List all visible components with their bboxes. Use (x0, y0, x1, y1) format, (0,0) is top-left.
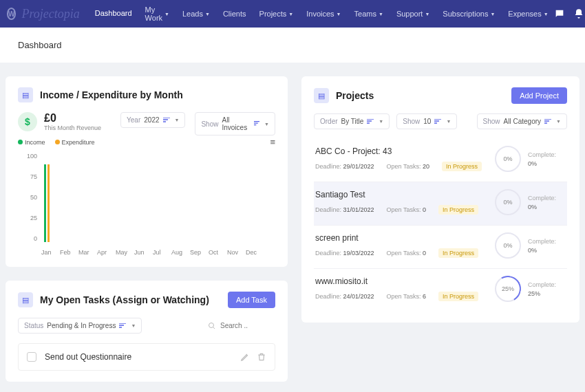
chart-menu-icon[interactable]: ≡ (270, 137, 275, 147)
status-badge: In Progress (438, 205, 478, 215)
search-icon (208, 322, 216, 330)
chevron-down-icon: ▼ (379, 119, 383, 124)
document-icon: ▤ (18, 87, 33, 102)
chevron-down-icon: ▼ (446, 119, 451, 124)
nav-projects[interactable]: Projects▼ (254, 0, 299, 30)
income-card: ▤ Income / Expenditure by Month $ £0 Thi… (6, 76, 288, 267)
progress-circle: 25% (495, 276, 521, 302)
chevron-down-icon: ▼ (490, 12, 495, 17)
revenue-amount: £0 (44, 112, 101, 124)
progress-circle: 0% (495, 146, 521, 172)
nav-support[interactable]: Support▼ (391, 0, 435, 30)
tasks-card: ▤ My Open Tasks (Assign or Watching) Add… (6, 281, 288, 382)
status-filter[interactable]: Status Pending & In Progress ▼ (18, 318, 142, 334)
project-name: screen print (315, 233, 488, 243)
topbar-actions: WalterWhite (554, 6, 585, 22)
task-title: Send out Questionnaire (45, 352, 131, 362)
chart-legend: Income Expenditure ≡ (18, 137, 275, 147)
chevron-down-icon: ▼ (544, 12, 549, 17)
nav-expenses[interactable]: Expenses▼ (502, 0, 553, 30)
year-filter[interactable]: Year 2022 ▼ (120, 112, 185, 128)
chevron-down-icon: ▼ (164, 12, 169, 17)
project-name: Santiago Test (315, 190, 488, 199)
brand-logo[interactable]: Projectopia (21, 7, 79, 21)
sort-icon (163, 118, 170, 123)
sort-icon (544, 119, 551, 124)
chevron-down-icon: ▼ (131, 323, 136, 328)
card-title: Income / Expenditure by Month (40, 89, 183, 100)
topbar: W Projectopia Dashboard My Work▼ Leads▼ … (0, 0, 585, 28)
revenue-label: This Month Revenue (44, 124, 101, 131)
add-project-button[interactable]: Add Project (511, 87, 567, 104)
chevron-down-icon: ▼ (288, 12, 293, 17)
sort-icon (434, 119, 441, 124)
project-row[interactable]: screen print Deadline: 19/03/2022 Open T… (314, 226, 567, 269)
chevron-down-icon: ▼ (337, 12, 341, 17)
nav-teams[interactable]: Teams▼ (349, 0, 389, 30)
chevron-down-icon: ▼ (379, 12, 383, 17)
wordpress-icon[interactable]: W (7, 8, 16, 20)
money-icon: $ (18, 112, 37, 131)
nav-leads[interactable]: Leads▼ (177, 0, 215, 30)
sort-icon (367, 119, 374, 124)
status-badge: In Progress (438, 292, 478, 301)
show-count-filter[interactable]: Show 10 ▼ (396, 113, 457, 129)
project-row[interactable]: www.miosito.it Deadline: 24/01/2022 Open… (314, 269, 567, 312)
status-badge: In Progress (438, 248, 478, 258)
main-nav: Dashboard My Work▼ Leads▼ Clients Projec… (89, 0, 554, 30)
project-name: www.miosito.it (315, 276, 488, 286)
search-input[interactable] (220, 322, 275, 329)
show-filter[interactable]: Show All Invoices ▼ (195, 112, 275, 135)
nav-mywork[interactable]: My Work▼ (140, 0, 175, 30)
page-title: Dashboard (18, 40, 567, 50)
chevron-down-icon: ▼ (175, 118, 180, 122)
projects-card: ▤ Projects Add Project Order By Title ▼ … (301, 76, 579, 323)
nav-dashboard[interactable]: Dashboard (89, 0, 138, 30)
project-row[interactable]: ABC Co - Project: 43 Deadline: 29/01/202… (314, 139, 567, 182)
card-title: My Open Tasks (Assign or Watching) (40, 294, 209, 305)
progress-circle: 0% (495, 189, 521, 215)
project-name: ABC Co - Project: 43 (315, 146, 488, 156)
edit-icon[interactable] (240, 352, 250, 362)
chevron-down-icon: ▼ (425, 12, 429, 17)
chevron-down-icon: ▼ (205, 12, 210, 17)
nav-invoices[interactable]: Invoices▼ (301, 0, 346, 30)
nav-clients[interactable]: Clients (217, 0, 252, 30)
nav-subscriptions[interactable]: Subscriptions▼ (437, 0, 500, 30)
page-header: Dashboard (0, 28, 585, 63)
trash-icon[interactable] (257, 352, 266, 362)
document-icon: ▤ (18, 292, 33, 307)
chat-icon[interactable] (554, 8, 565, 19)
document-icon: ▤ (314, 88, 329, 103)
sort-icon (254, 121, 259, 127)
task-checkbox[interactable] (27, 352, 36, 362)
sort-icon (119, 323, 126, 329)
bell-icon[interactable] (573, 8, 584, 19)
task-search[interactable] (208, 322, 275, 330)
progress-circle: 0% (495, 232, 521, 259)
status-badge: In Progress (442, 162, 482, 171)
task-row[interactable]: Send out Questionnaire (18, 343, 275, 371)
category-filter[interactable]: Show All Category ▼ (477, 113, 567, 129)
order-filter[interactable]: Order By Title ▼ (314, 113, 390, 129)
chevron-down-icon: ▼ (556, 119, 561, 124)
chevron-down-icon: ▼ (264, 122, 269, 127)
add-task-button[interactable]: Add Task (228, 292, 275, 308)
card-title: Projects (336, 90, 374, 101)
project-row[interactable]: Santiago Test Deadline: 31/01/2022 Open … (314, 182, 567, 226)
svg-point-0 (209, 323, 214, 327)
income-chart: 100 75 50 25 0 Jan Feb Mar Apr (18, 153, 275, 256)
